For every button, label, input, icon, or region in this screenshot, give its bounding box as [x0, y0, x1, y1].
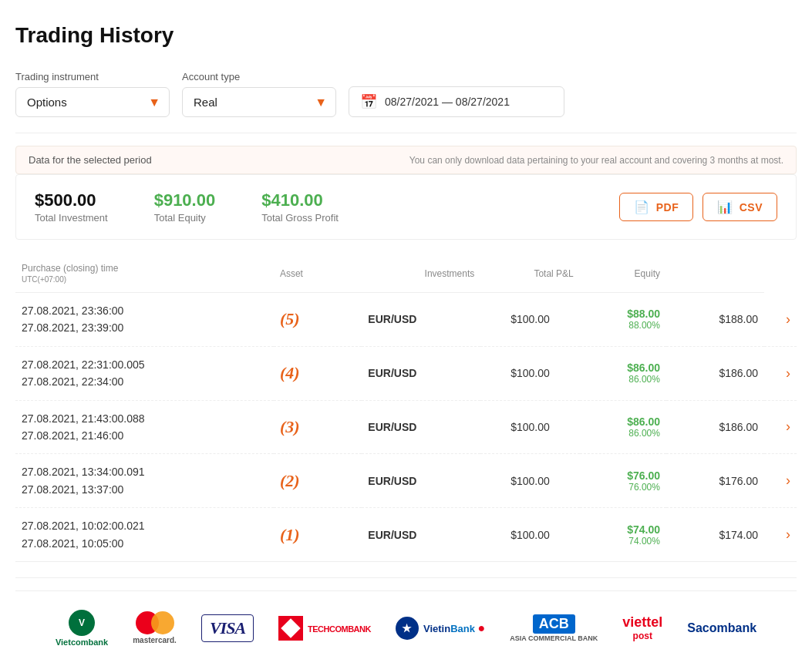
investments-value-4: $100.00: [510, 529, 550, 541]
cell-equity-0: $188.00: [666, 293, 764, 347]
pnl-amount-2: $86.00: [586, 415, 660, 428]
cell-time-1: 27.08.2021, 22:31:00.005 27.08.2021, 22:…: [15, 346, 274, 400]
cell-asset-num-2: (3): [274, 400, 362, 454]
csv-button-label: CSV: [740, 201, 763, 214]
col-header-investments: Investments: [362, 255, 480, 293]
calendar-icon: 📅: [360, 93, 377, 110]
sacombank-text: Sacombank: [687, 621, 756, 635]
trade-number-4: (1): [280, 525, 300, 544]
visa-text: VISA: [210, 618, 245, 638]
cell-asset-num-3: (2): [274, 454, 362, 508]
asset-name-1: EUR/USD: [368, 367, 416, 379]
equity-value-2: $186.00: [719, 421, 758, 433]
cell-expand-2: ›: [764, 400, 797, 454]
trading-history-table-section: Purchase (closing) timeUTC(+07:00) Asset…: [15, 255, 797, 562]
pnl-pct-0: 88.00%: [586, 320, 660, 331]
techcombank-logo: TECHCOMBANK: [278, 616, 371, 641]
info-bar: Data for the selected period You can onl…: [15, 146, 797, 174]
pnl-pct-4: 74.00%: [586, 536, 660, 547]
table-row: 27.08.2021, 21:43:00.088 27.08.2021, 21:…: [15, 400, 797, 454]
total-gross-profit-label: Total Gross Profit: [261, 212, 339, 224]
cell-investments-3: $100.00: [480, 454, 580, 508]
table-row: 27.08.2021, 13:34:00.091 27.08.2021, 13:…: [15, 454, 797, 508]
csv-export-button[interactable]: 📊 CSV: [702, 193, 777, 221]
viettel-post: post: [633, 631, 652, 641]
date-range-picker[interactable]: 📅 08/27/2021 — 08/27/2021: [349, 86, 564, 117]
cell-investments-1: $100.00: [480, 346, 580, 400]
investments-value-2: $100.00: [510, 421, 550, 433]
expand-button-2[interactable]: ›: [786, 419, 790, 435]
equity-value-4: $174.00: [719, 529, 758, 541]
cell-equity-2: $186.00: [666, 400, 764, 454]
pnl-pct-2: 86.00%: [586, 428, 660, 439]
vietcombank-logo: V Vietcombank: [56, 610, 108, 647]
pnl-pct-3: 76.00%: [586, 482, 660, 493]
expand-button-4[interactable]: ›: [786, 526, 790, 543]
total-equity-item: $910.00 Total Equity: [154, 190, 216, 224]
pdf-export-button[interactable]: 📄 PDF: [619, 193, 693, 221]
cell-investments-2: $100.00: [480, 400, 580, 454]
cell-pnl-0: $88.00 88.00%: [580, 293, 666, 347]
col-header-time: Purchase (closing) timeUTC(+07:00): [15, 255, 274, 293]
equity-value-0: $188.00: [719, 313, 758, 325]
cell-pnl-3: $76.00 76.00%: [580, 454, 666, 508]
expand-button-3[interactable]: ›: [786, 473, 790, 489]
account-label: Account type: [182, 71, 336, 82]
expand-button-1[interactable]: ›: [786, 365, 790, 382]
equity-value-1: $186.00: [719, 367, 758, 379]
total-equity-amount: $910.00: [154, 190, 216, 210]
table-row: 27.08.2021, 23:36:00 27.08.2021, 23:39:0…: [15, 293, 797, 347]
cell-pnl-4: $74.00 74.00%: [580, 508, 666, 562]
expand-button-0[interactable]: ›: [786, 311, 790, 328]
page-title: Trading History: [15, 15, 797, 56]
divider-2: [15, 577, 797, 578]
mastercard-logo: mastercard.: [133, 611, 177, 644]
acb-logo: ACB ASIA COMMERCIAL BANK: [510, 614, 598, 642]
instrument-select[interactable]: Options: [15, 87, 170, 117]
asset-name-0: EUR/USD: [368, 313, 416, 325]
acb-text: ACB: [533, 614, 575, 634]
account-select[interactable]: Real: [182, 87, 336, 117]
cell-equity-3: $176.00: [666, 454, 764, 508]
col-header-asset: Asset: [274, 255, 362, 293]
total-gross-profit-amount: $410.00: [261, 190, 339, 210]
cell-time-4: 27.08.2021, 10:02:00.021 27.08.2021, 10:…: [15, 508, 274, 562]
cell-investments-0: $100.00: [480, 293, 580, 347]
mastercard-right-circle: [151, 611, 174, 634]
footer-section: V Vietcombank mastercard. VISA: [15, 590, 797, 656]
investments-value-3: $100.00: [510, 475, 550, 487]
info-bar-right-text: You can only download data pertaining to…: [409, 155, 783, 166]
total-investment-label: Total Investment: [35, 212, 108, 224]
pnl-amount-4: $74.00: [586, 523, 660, 536]
instrument-label: Trading instrument: [15, 71, 170, 82]
asset-name-3: EUR/USD: [368, 475, 416, 487]
pdf-button-label: PDF: [656, 201, 679, 214]
cell-equity-1: $186.00: [666, 346, 764, 400]
cell-asset-name-1: EUR/USD: [362, 346, 480, 400]
csv-icon: 📊: [717, 200, 733, 214]
vietinbank-logo: ★ VietinBank ●: [396, 617, 485, 640]
vietinbank-text: VietinBank ●: [423, 621, 485, 635]
instrument-select-wrapper: Options ▼: [15, 87, 170, 117]
cell-time-0: 27.08.2021, 23:36:00 27.08.2021, 23:39:0…: [15, 293, 274, 347]
sacombank-logo: Sacombank: [687, 621, 756, 635]
techcombank-icon: [278, 616, 303, 641]
col-header-pnl: Total P&L: [480, 255, 580, 293]
asset-name-4: EUR/USD: [368, 529, 416, 541]
mastercard-label: mastercard.: [133, 636, 177, 644]
summary-actions: 📄 PDF 📊 CSV: [619, 193, 777, 221]
cell-time-3: 27.08.2021, 13:34:00.091 27.08.2021, 13:…: [15, 454, 274, 508]
mastercard-circles: [136, 611, 174, 634]
vietcombank-icon: V: [69, 610, 95, 636]
account-select-wrapper: Real ▼: [182, 87, 336, 117]
pnl-amount-3: $76.00: [586, 469, 660, 482]
asset-name-2: EUR/USD: [368, 421, 416, 433]
cell-expand-3: ›: [764, 454, 797, 508]
acb-subtitle: ASIA COMMERCIAL BANK: [510, 634, 598, 642]
investments-value-0: $100.00: [510, 313, 550, 325]
vietinbank-star: ★: [402, 622, 412, 634]
summary-section: $500.00 Total Investment $910.00 Total E…: [15, 174, 797, 240]
divider-1: [15, 133, 797, 133]
pnl-amount-1: $86.00: [586, 362, 660, 374]
equity-value-3: $176.00: [719, 475, 758, 487]
